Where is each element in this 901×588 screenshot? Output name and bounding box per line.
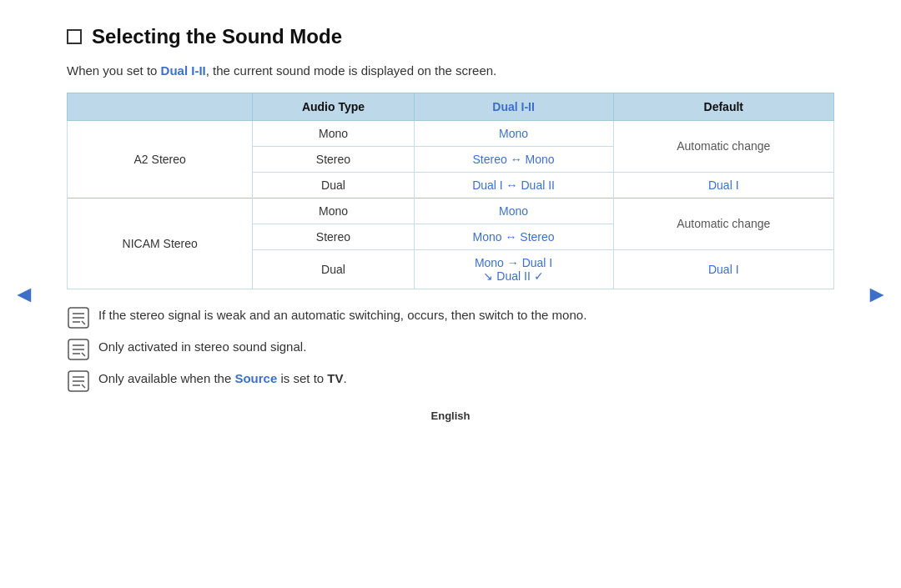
audio-type-mono-nicam: Mono xyxy=(253,198,414,224)
sound-mode-table: Audio Type Dual I-II Default A2 Stereo M… xyxy=(67,93,834,289)
nicam-stereo-label: NICAM Stereo xyxy=(68,198,253,289)
source-link: Source xyxy=(234,371,277,385)
note-text-1: If the stereo signal is weak and an auto… xyxy=(98,306,586,325)
note-icon-3 xyxy=(67,369,90,393)
dual-stereo-nicam: Mono ↔ Stereo xyxy=(414,224,613,249)
dual-stereo-a2: Stereo ↔ Mono xyxy=(414,146,613,172)
default-dual-a2: Dual I xyxy=(613,172,833,198)
note-text-2: Only activated in stereo sound signal. xyxy=(98,338,306,357)
notes-section: If the stereo signal is weak and an auto… xyxy=(67,306,834,393)
nav-left-arrow[interactable]: ◄ xyxy=(13,281,36,308)
audio-type-dual-nicam: Dual xyxy=(253,249,414,289)
footer-text: English xyxy=(431,410,471,422)
subtitle-before: When you set to xyxy=(67,63,161,78)
audio-type-stereo-a2: Stereo xyxy=(253,146,414,172)
page-content: Selecting the Sound Mode When you set to… xyxy=(0,0,901,439)
default-dual-nicam: Dual I xyxy=(613,249,833,289)
note-text-3: Only available when the Source is set to… xyxy=(98,369,347,389)
table-row: A2 Stereo Mono Mono Automatic change xyxy=(68,120,834,146)
title-row: Selecting the Sound Mode xyxy=(67,25,834,48)
subtitle: When you set to Dual I-II, the current s… xyxy=(67,62,834,81)
audio-type-stereo-nicam: Stereo xyxy=(253,224,414,249)
subtitle-link: Dual I-II xyxy=(161,63,206,78)
a2-stereo-label: A2 Stereo xyxy=(68,120,253,198)
dual-mono-nicam: Mono xyxy=(414,198,613,224)
dual-dual-a2: Dual I ↔ Dual II xyxy=(414,172,613,198)
default-auto-a2: Automatic change xyxy=(613,120,833,172)
audio-type-dual-a2: Dual xyxy=(253,172,414,198)
th-empty xyxy=(68,93,253,120)
table-header-row: Audio Type Dual I-II Default xyxy=(68,93,834,120)
default-auto-nicam: Automatic change xyxy=(613,198,833,249)
dual-dual-nicam: Mono → Dual I↘ Dual II ✓ xyxy=(414,249,613,289)
th-default: Default xyxy=(613,93,833,120)
note-icon-2 xyxy=(67,338,90,361)
nav-right-arrow[interactable]: ► xyxy=(865,281,888,308)
note-item-3: Only available when the Source is set to… xyxy=(67,369,834,393)
page-title: Selecting the Sound Mode xyxy=(92,25,342,48)
th-dual: Dual I-II xyxy=(414,93,613,120)
checkbox-icon xyxy=(67,29,82,44)
subtitle-after: , the current sound mode is displayed on… xyxy=(206,63,497,78)
note-item-2: Only activated in stereo sound signal. xyxy=(67,338,834,361)
dual-mono-a2: Mono xyxy=(414,120,613,146)
note-icon-1 xyxy=(67,306,90,329)
tv-link: TV xyxy=(327,371,343,385)
footer: English xyxy=(67,410,834,422)
note-item-1: If the stereo signal is weak and an auto… xyxy=(67,306,834,329)
audio-type-mono-a2: Mono xyxy=(253,120,414,146)
th-audio-type: Audio Type xyxy=(253,93,414,120)
table-row: NICAM Stereo Mono Mono Automatic change xyxy=(68,198,834,224)
